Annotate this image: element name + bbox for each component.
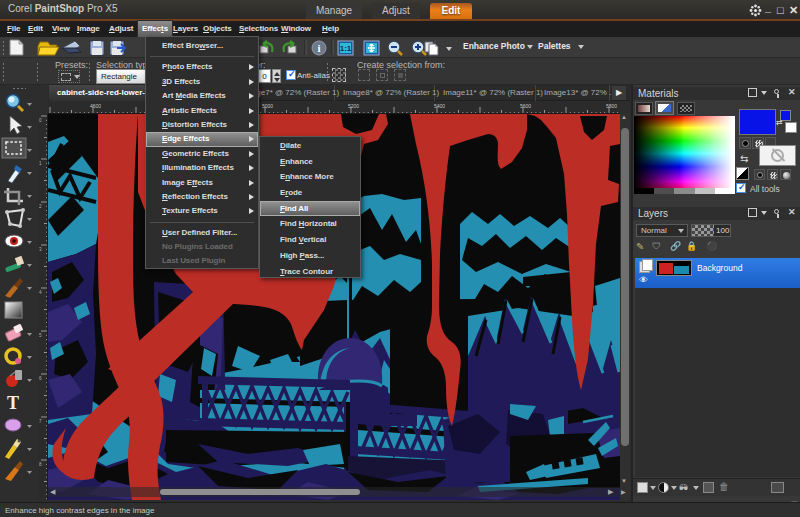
svg-text:5600: 5600 (520, 103, 531, 109)
svg-text:1:1: 1:1 (340, 44, 352, 53)
svg-text:4600: 4600 (90, 103, 101, 109)
svg-text:T: T (7, 393, 19, 413)
svg-text:i: i (317, 42, 320, 54)
svg-text:5000: 5000 (262, 103, 273, 109)
svg-text:5200: 5200 (348, 103, 359, 109)
svg-text:5800: 5800 (606, 103, 617, 109)
svg-text:5400: 5400 (434, 103, 445, 109)
